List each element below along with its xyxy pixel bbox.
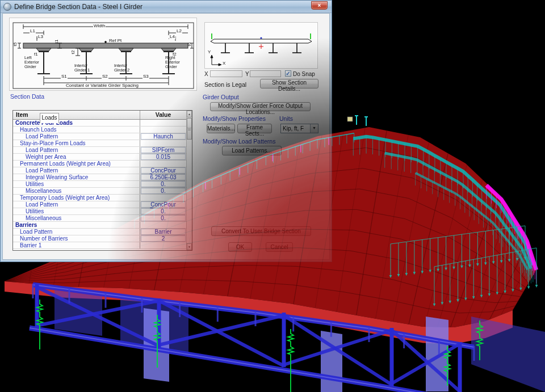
girder-label-right-exterior: Right Exterior Girder — [165, 56, 186, 69]
spacing-note-label: Constant or Variable Girder Spacing — [65, 83, 139, 88]
scroll-up-icon[interactable]: ▲ — [187, 111, 192, 117]
table-row[interactable]: Temporary Loads (Weight per Area) — [13, 195, 186, 201]
dim-label-l3: L3 — [37, 35, 44, 39]
dialog-title: Define Bridge Section Data - Steel I Gir… — [14, 3, 142, 11]
table-row[interactable]: Load PatternHaunch — [13, 133, 186, 140]
row-value-cell[interactable]: ConcPour Permanent — [140, 167, 186, 174]
dim-label-t6: t6 — [187, 42, 192, 47]
dim-label-s1: S1 — [61, 74, 68, 79]
app-icon — [3, 3, 11, 11]
row-item-cell: Load Pattern — [13, 133, 140, 140]
table-row[interactable]: Haunch Loads — [13, 127, 186, 133]
scrollbar-thumb[interactable] — [187, 118, 192, 140]
dialog-titlebar[interactable]: Define Bridge Section Data - Steel I Gir… — [1, 1, 332, 13]
tab-loads[interactable]: Loads — [40, 113, 59, 123]
row-value-cell[interactable]: 0. — [140, 181, 186, 187]
row-value-cell — [140, 140, 186, 146]
dialog-client-area: Width L1 L2 L3 L4 t5 t6 t1 t2 Ref Pt f1 … — [2, 13, 330, 260]
table-row[interactable]: Barriers — [13, 222, 186, 229]
table-row[interactable]: Miscellaneous0. — [13, 215, 186, 222]
table-row[interactable]: Concrete Pour Loads — [13, 120, 186, 127]
table-scrollbar[interactable]: ▲ ▼ — [186, 111, 192, 250]
table-row[interactable]: Barrier 1 — [13, 242, 186, 249]
frame-sects-button[interactable]: Frame Sects... — [237, 124, 272, 133]
units-combobox[interactable]: Kip, ft, F ▼ — [280, 124, 318, 133]
table-row[interactable]: Weight per Area0.015 — [13, 154, 186, 161]
dropdown-arrow-icon[interactable]: ▼ — [310, 124, 318, 133]
table-row[interactable]: Load PatternBarrier — [13, 229, 186, 235]
dim-label-l1: L1 — [30, 29, 36, 33]
x-coordinate-input[interactable] — [210, 70, 242, 77]
cross-section-diagram-panel: Width L1 L2 L3 L4 t5 t6 t1 t2 Ref Pt f1 … — [9, 18, 197, 91]
table-row[interactable]: Permanent Loads (Weight per Area) — [13, 161, 186, 167]
table-body: Concrete Pour LoadsHaunch LoadsLoad Patt… — [13, 120, 186, 250]
row-value-cell[interactable]: 0. — [140, 215, 186, 221]
table-row[interactable]: Number of Barriers2 — [13, 235, 186, 242]
ok-button[interactable]: OK — [228, 242, 252, 252]
x-coordinate-label: X — [204, 71, 208, 77]
materials-button[interactable]: Materials... — [207, 124, 235, 133]
row-value-cell — [140, 222, 186, 228]
table-row[interactable]: Integral Wearing Surface6.250E-03 — [13, 174, 186, 181]
loads-table[interactable]: Item Value Concrete Pour LoadsHaunch Loa… — [12, 110, 192, 251]
convert-to-user-bridge-section-button[interactable]: Convert To User Bridge Section — [211, 226, 311, 236]
dim-label-l4: L4 — [169, 35, 175, 39]
row-item-cell: Miscellaneous — [13, 188, 140, 194]
dim-label-s2: S2 — [102, 74, 108, 79]
check-icon: ✓ — [286, 70, 290, 77]
section-status-text: Section is Legal — [204, 81, 246, 88]
table-row[interactable]: Load PatternSIPForm — [13, 147, 186, 154]
section-preview-panel[interactable]: Y X — [204, 22, 318, 69]
row-value-cell[interactable]: 0.015 — [140, 154, 186, 160]
row-item-cell: Haunch Loads — [13, 127, 140, 133]
y-coordinate-label: Y — [245, 71, 249, 77]
row-item-cell: Load Pattern — [13, 167, 140, 174]
do-snap-checkbox[interactable]: ✓ — [285, 70, 291, 77]
cancel-button[interactable]: Cancel — [266, 242, 293, 252]
table-row[interactable]: Miscellaneous0. — [13, 188, 186, 195]
load-patterns-button[interactable]: Load Patterns... — [222, 146, 282, 155]
crosshair-marker — [259, 44, 263, 49]
modify-show-properties-label: Modify/Show Properties — [203, 115, 266, 122]
row-value-cell[interactable]: 0. — [140, 188, 186, 194]
row-value-cell[interactable]: Barrier — [140, 229, 186, 235]
dim-label-width: Width — [93, 24, 106, 28]
modify-show-load-patterns-label: Modify/Show Load Patterns — [203, 138, 275, 145]
girder-label-left-exterior: Left Exterior Girder — [24, 56, 45, 69]
axis-y-label: Y — [207, 50, 211, 54]
close-icon[interactable]: × — [311, 1, 328, 10]
table-row[interactable]: Utilities0. — [13, 181, 186, 188]
show-section-details-button[interactable]: Show Section Details... — [260, 79, 318, 88]
row-value-cell[interactable]: ConcPour Temporary — [140, 201, 186, 208]
table-row[interactable]: Load PatternConcPour Temporary — [13, 201, 186, 208]
column-header-item: Item — [13, 111, 140, 119]
table-row[interactable]: Load PatternConcPour Permanent — [13, 167, 186, 174]
row-value-cell[interactable]: 6.250E-03 — [140, 174, 186, 180]
row-item-cell: Barrier 1 — [13, 242, 140, 248]
units-value: Kip, ft, F — [283, 125, 309, 132]
y-coordinate-input[interactable] — [250, 70, 281, 77]
row-item-cell: Load Pattern — [13, 147, 140, 153]
application-canvas: Define Bridge Section Data - Steel I Gir… — [0, 0, 545, 392]
row-value-cell — [140, 195, 186, 201]
row-item-cell: Temporary Loads (Weight per Area) — [13, 195, 140, 201]
do-snap-label: Do Snap — [293, 71, 315, 77]
table-row[interactable]: Stay-in-Place Form Loads — [13, 140, 186, 147]
row-value-cell — [140, 161, 186, 167]
define-bridge-section-dialog: Define Bridge Section Data - Steel I Gir… — [0, 0, 332, 262]
row-item-cell: Stay-in-Place Form Loads — [13, 140, 140, 146]
row-value-cell[interactable]: SIPForm — [140, 147, 186, 153]
scroll-down-icon[interactable]: ▼ — [187, 243, 192, 250]
girder-force-output-button[interactable]: Modify/Show Girder Force Output Location… — [210, 102, 311, 111]
row-value-cell[interactable]: Haunch — [140, 133, 186, 140]
row-item-cell: Weight per Area — [13, 154, 140, 160]
girder-label-interior-1: Interior Girder 1 — [74, 64, 97, 73]
row-item-cell: Utilities — [13, 181, 140, 187]
table-row[interactable]: Utilities0. — [13, 208, 186, 215]
row-value-cell[interactable]: 2 — [140, 235, 186, 242]
row-item-cell: Concrete Pour Loads — [13, 120, 140, 126]
dim-label-s3: S3 — [142, 74, 149, 79]
row-value-cell[interactable]: 0. — [140, 208, 186, 214]
girder-label-interior-2: Interior Girder 2 — [114, 64, 137, 73]
row-item-cell: Load Pattern — [13, 201, 140, 208]
